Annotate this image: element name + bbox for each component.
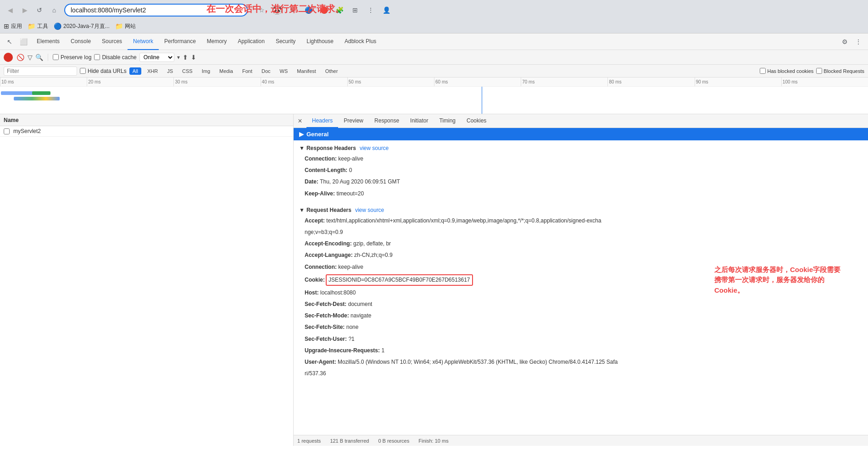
filter-type-other[interactable]: Other bbox=[322, 67, 341, 75]
filter-bar: Hide data URLs All XHR JS CSS Img Media … bbox=[0, 65, 868, 78]
bookmark-apps-label: 应用 bbox=[11, 22, 22, 30]
request-row-checkbox[interactable] bbox=[4, 128, 10, 134]
import-button[interactable]: ⬆ bbox=[183, 54, 188, 61]
extensions-button[interactable]: ⊞ bbox=[349, 4, 362, 17]
filter-type-all[interactable]: All bbox=[129, 67, 141, 75]
tab-sources[interactable]: Sources bbox=[96, 33, 128, 50]
tick-50ms: 50 ms bbox=[347, 78, 434, 86]
bookmark-tools[interactable]: 📁 工具 bbox=[28, 22, 48, 30]
filter-input[interactable] bbox=[4, 67, 77, 76]
has-blocked-cookies-input[interactable] bbox=[760, 68, 766, 74]
filter-type-css[interactable]: CSS bbox=[179, 67, 196, 75]
preserve-log-checkbox[interactable]: Preserve log bbox=[53, 54, 91, 61]
home-button[interactable]: ⌂ bbox=[48, 4, 61, 17]
response-headers-arrow: ▼ bbox=[299, 145, 305, 151]
reload-button[interactable]: ↺ bbox=[33, 4, 46, 17]
header-keep-alive-key: Keep-Alive: bbox=[305, 190, 335, 197]
bookmarks-bar: ⊞ 应用 📁 工具 🔵 2020-Java-7月直... 📁 网站 bbox=[0, 20, 868, 33]
response-headers-view-source[interactable]: view source bbox=[360, 145, 389, 151]
header-sec-fetch-user: Sec-Fetch-User: ?1 bbox=[294, 333, 868, 345]
filter-type-doc[interactable]: Doc bbox=[258, 67, 274, 75]
header-upgrade-insecure-key: Upgrade-Insecure-Requests: bbox=[305, 347, 380, 354]
devtools-settings-button[interactable]: ⚙ bbox=[839, 36, 851, 48]
forward-button[interactable]: ▶ bbox=[18, 4, 31, 17]
details-tabs: × Headers Preview Response Initiator Tim… bbox=[294, 114, 868, 128]
request-headers-arrow: ▼ bbox=[299, 207, 305, 213]
filter-type-font[interactable]: Font bbox=[239, 67, 256, 75]
header-accept-cont: nge;v=b3;q=0.9 bbox=[294, 227, 868, 238]
details-tab-response[interactable]: Response bbox=[369, 114, 405, 128]
header-connection-val: keep-alive bbox=[338, 156, 363, 162]
tab-security[interactable]: Security bbox=[270, 33, 301, 50]
throttle-select[interactable]: Online Fast 3G Slow 3G Offline bbox=[139, 53, 174, 62]
header-accept-language: Accept-Language: zh-CN,zh;q=0.9 bbox=[294, 250, 868, 261]
request-headers-view-source[interactable]: view source bbox=[355, 207, 384, 213]
details-tab-preview[interactable]: Preview bbox=[338, 114, 369, 128]
header-upgrade-insecure-val: 1 bbox=[381, 347, 384, 354]
devtools-main: Name myServlet2 × Headers Preview Respon… bbox=[0, 114, 868, 446]
filter-type-media[interactable]: Media bbox=[216, 67, 236, 75]
header-accept-language-val: zh-CN,zh;q=0.9 bbox=[354, 252, 393, 258]
tick-70ms: 70 ms bbox=[521, 78, 607, 86]
details-close-button[interactable]: × bbox=[294, 115, 306, 128]
header-accept-encoding-val: gzip, deflate, br bbox=[353, 240, 391, 247]
header-user-agent: User-Agent: Mozilla/5.0 (Windows NT 10.0… bbox=[294, 356, 868, 368]
throttle-dropdown-icon: ▾ bbox=[177, 54, 180, 61]
filter-type-js[interactable]: JS bbox=[164, 67, 176, 75]
disable-cache-input[interactable] bbox=[94, 54, 100, 60]
request-row[interactable]: myServlet2 bbox=[0, 126, 293, 137]
tick-90ms: 90 ms bbox=[695, 78, 781, 86]
tab-lighthouse[interactable]: Lighthouse bbox=[301, 33, 339, 50]
inspector-cursor-button[interactable]: ↖ bbox=[4, 36, 16, 48]
blocked-requests-input[interactable] bbox=[816, 68, 822, 74]
tab-console[interactable]: Console bbox=[65, 33, 96, 50]
device-toolbar-button[interactable]: ⬜ bbox=[17, 36, 29, 48]
bookmark-site[interactable]: 📁 网站 bbox=[115, 22, 136, 30]
has-blocked-cookies-checkbox[interactable]: Has blocked cookies bbox=[760, 68, 813, 74]
menu-button[interactable]: ⋮ bbox=[364, 4, 377, 17]
filter-type-xhr[interactable]: XHR bbox=[144, 67, 161, 75]
hide-data-urls-input[interactable] bbox=[80, 68, 86, 74]
tick-40ms: 40 ms bbox=[261, 78, 347, 86]
status-requests: 1 requests bbox=[297, 438, 321, 444]
export-button[interactable]: ⬇ bbox=[191, 54, 196, 61]
details-tab-cookies[interactable]: Cookies bbox=[461, 114, 492, 128]
header-user-agent-cont: ri/537.36 bbox=[294, 368, 868, 379]
tick-100ms: 100 ms bbox=[781, 78, 868, 86]
details-tab-headers[interactable]: Headers bbox=[306, 114, 338, 128]
nav-buttons: ◀ ▶ ↺ ⌂ bbox=[4, 4, 61, 17]
tab-network[interactable]: Network bbox=[128, 33, 159, 50]
details-tab-timing[interactable]: Timing bbox=[434, 114, 461, 128]
filter-icon[interactable]: ▽ bbox=[28, 54, 33, 61]
back-button[interactable]: ◀ bbox=[4, 4, 17, 17]
blocked-requests-checkbox[interactable]: Blocked Requests bbox=[816, 68, 864, 74]
bookmark-apps[interactable]: ⊞ 应用 bbox=[4, 22, 22, 30]
timeline-bars bbox=[0, 87, 868, 114]
disable-cache-checkbox[interactable]: Disable cache bbox=[94, 54, 136, 61]
preserve-log-input[interactable] bbox=[53, 54, 59, 60]
profile-button[interactable]: 👤 bbox=[380, 4, 393, 17]
tab-elements[interactable]: Elements bbox=[31, 33, 65, 50]
search-icon[interactable]: 🔍 bbox=[35, 54, 43, 61]
filter-type-manifest[interactable]: Manifest bbox=[294, 67, 319, 75]
header-connection: Connection: keep-alive bbox=[294, 153, 868, 165]
header-cookie-row: Cookie: JSESSIONID=0C8C67A9C5BCF49B0F70E… bbox=[294, 273, 868, 287]
header-accept-language-key: Accept-Language: bbox=[305, 252, 353, 258]
hide-data-urls-checkbox[interactable]: Hide data URLs bbox=[80, 68, 127, 74]
devtools-more-button[interactable]: ⋮ bbox=[852, 36, 864, 48]
filter-type-ws[interactable]: WS bbox=[277, 67, 291, 75]
general-section-header[interactable]: ▶ General bbox=[294, 128, 868, 140]
filter-type-img[interactable]: Img bbox=[199, 67, 213, 75]
apps-icon: ⊞ bbox=[4, 22, 9, 30]
response-headers-label: Response Headers bbox=[306, 145, 356, 151]
details-tab-initiator[interactable]: Initiator bbox=[405, 114, 434, 128]
bookmark-java[interactable]: 🔵 2020-Java-7月直... bbox=[54, 22, 110, 30]
tab-memory[interactable]: Memory bbox=[201, 33, 232, 50]
header-connection-req-val: keep-alive bbox=[338, 264, 363, 270]
folder-icon: 📁 bbox=[28, 22, 35, 30]
tab-application[interactable]: Application bbox=[232, 33, 270, 50]
clear-button[interactable]: 🚫 bbox=[16, 53, 25, 62]
tab-adblock-plus[interactable]: Adblock Plus bbox=[339, 33, 382, 50]
tab-performance[interactable]: Performance bbox=[159, 33, 201, 50]
record-button[interactable] bbox=[4, 53, 13, 62]
